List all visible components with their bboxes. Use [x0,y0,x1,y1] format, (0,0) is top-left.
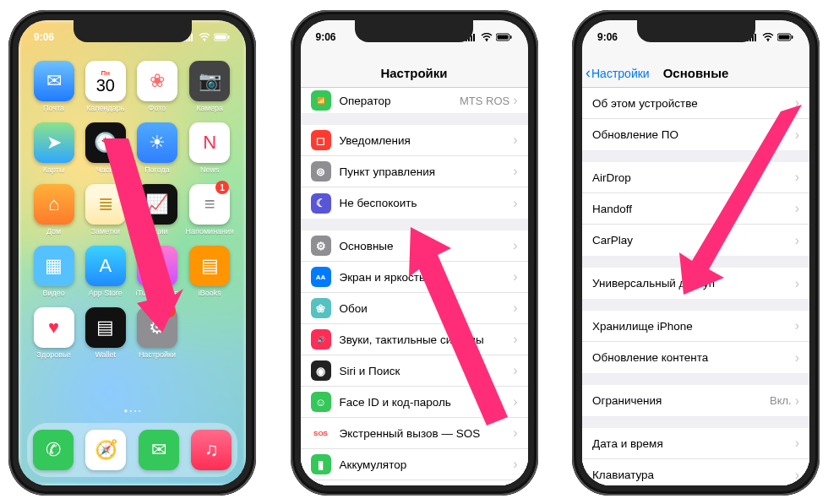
page-dots[interactable]: ● • • • [19,407,246,415]
row-label: Дата и время [592,437,795,450]
settings-row[interactable]: Клавиатура› [582,459,809,485]
app-Почта[interactable]: ✉Почта [30,61,77,112]
settings-row[interactable]: SOSЭкстренный вызов — SOS› [301,418,528,449]
settings-row[interactable]: 📶ОператорMTS ROS› [301,88,528,113]
app-icon: 🕙 [85,122,126,163]
app-label: iTunes Store [133,289,180,297]
app-label: Акции [133,227,180,236]
settings-row[interactable]: ◻Уведомления› [301,125,528,156]
app-label: Заметки [82,227,128,236]
settings-screen: 9:06 Настройки 📶ОператорMTS ROS›◻Уведомл… [301,20,528,485]
settings-row[interactable]: ▮Аккумулятор› [301,449,528,480]
app-Акции[interactable]: 📈Акции [133,184,180,236]
settings-row[interactable]: AirDrop› [582,162,809,193]
app-Камера[interactable]: 📷Камера [186,61,234,112]
phone-general: 9:06 ‹ Настройки Основные Об этом устрой… [572,10,820,496]
settings-row[interactable]: ❀Обои› [301,293,528,324]
settings-row[interactable]: Обновление контента› [582,342,809,373]
app-Погода[interactable]: ☀Погода [133,122,180,174]
chevron-right-icon: › [513,196,517,211]
app-Дом[interactable]: ⌂Дом [30,184,77,236]
settings-row[interactable]: ОграниченияВкл.› [582,385,809,416]
app-Напоминания[interactable]: ≡Напоминания1 [186,184,234,236]
app-icon: ≣ [85,184,126,225]
app-icon: ❀ [137,61,177,101]
app-Здоровье[interactable]: ♥Здоровье [30,307,77,359]
chevron-right-icon: › [513,301,517,316]
settings-row[interactable]: Хранилище iPhone› [582,311,809,342]
row-label: Основные [340,240,514,252]
svg-rect-16 [510,35,512,39]
settings-row[interactable]: ☺Face ID и код-пароль› [301,387,528,418]
general-list[interactable]: Об этом устройстве›Обновление ПО›AirDrop… [582,88,809,485]
chevron-right-icon: › [795,436,799,451]
app-Wallet[interactable]: ▤Wallet [82,307,128,359]
app-label: Камера [186,104,234,112]
phone-settings: 9:06 Настройки 📶ОператорMTS ROS›◻Уведомл… [291,10,538,496]
app-label: Видео [30,289,77,297]
settings-row[interactable]: Дата и время› [582,428,809,459]
status-time: 9:06 [34,31,54,43]
row-label: Пункт управления [340,165,514,178]
app-Карты[interactable]: ➤Карты [30,122,77,174]
app-Настройки[interactable]: ⚙Настройки2 [133,307,180,359]
app-icon: ▤ [189,246,230,286]
row-label: Ограничения [592,394,770,407]
app-icon: ⌂ [34,184,74,225]
row-label: Экран и яркость [340,271,514,284]
dock-messages[interactable]: ✉ [139,430,179,470]
settings-row[interactable]: ⚙Основные› [301,230,528,262]
app-News[interactable]: NNews [186,122,234,174]
chevron-right-icon: › [513,238,517,253]
svg-rect-21 [754,34,756,41]
settings-row[interactable]: Об этом устройстве› [582,88,809,119]
app-Календарь[interactable]: Пн30Календарь [82,61,128,112]
notch [74,20,192,42]
row-label: Звуки, тактильные сигналы [340,333,514,346]
settings-row[interactable]: 🔊Звуки, тактильные сигналы› [301,324,528,355]
app-Часы[interactable]: 🕙Часы [82,122,128,174]
svg-point-13 [486,40,488,41]
settings-row[interactable]: CarPlay› [582,225,809,256]
chevron-right-icon: › [513,394,517,409]
chevron-right-icon: › [795,276,799,291]
row-label: Оператор [340,95,460,107]
app-Видео[interactable]: ▦Видео [30,246,77,297]
svg-rect-6 [215,35,226,40]
apps-grid: ✉ПочтаПн30Календарь❀Фото📷Камера➤Карты🕙Ча… [19,61,246,359]
back-button[interactable]: ‹ Настройки [586,64,650,82]
svg-rect-24 [779,35,790,40]
settings-row[interactable]: Универсальный доступ› [582,268,809,299]
app-label: Часы [82,165,128,174]
dock-music[interactable]: ♫ [191,430,232,470]
dock: ✆🧭✉♫ [27,423,237,477]
settings-row[interactable]: Обновление ПО› [582,119,809,150]
settings-row[interactable]: ☾Не беспокоить› [301,187,528,219]
settings-list[interactable]: 📶ОператорMTS ROS›◻Уведомления›⊚Пункт упр… [301,88,528,485]
chevron-right-icon: › [513,93,517,108]
dock-phone[interactable]: ✆ [33,430,74,470]
app-Фото[interactable]: ❀Фото [133,61,180,112]
app-label: Фото [133,104,180,112]
chevron-right-icon: › [513,269,517,285]
app-iBooks[interactable]: ▤iBooks [186,246,234,297]
status-indicators [183,33,231,41]
row-label: Универсальный доступ [592,277,795,290]
settings-row[interactable]: ◉Siri и Поиск› [301,355,528,387]
settings-row[interactable]: ⊚Пункт управления› [301,156,528,187]
app-Заметки[interactable]: ≣Заметки [82,184,128,236]
row-value: Вкл. [770,394,792,407]
app-label: Календарь [82,104,128,112]
notch [637,20,755,42]
row-icon: ⚙ [311,236,331,256]
svg-rect-7 [228,35,230,39]
settings-row[interactable]: AAЭкран и яркость› [301,262,528,293]
row-label: Обновление контента [592,351,795,364]
settings-row[interactable]: ✋Конфиденциальность› [301,480,528,485]
app-App Store[interactable]: AApp Store [82,246,128,297]
app-iTunes Store[interactable]: ★iTunes Store [133,246,180,297]
dock-safari[interactable]: 🧭 [85,430,126,470]
settings-row[interactable]: Handoff› [582,193,809,225]
row-label: Обои [340,302,514,315]
status-time: 9:06 [316,31,336,43]
